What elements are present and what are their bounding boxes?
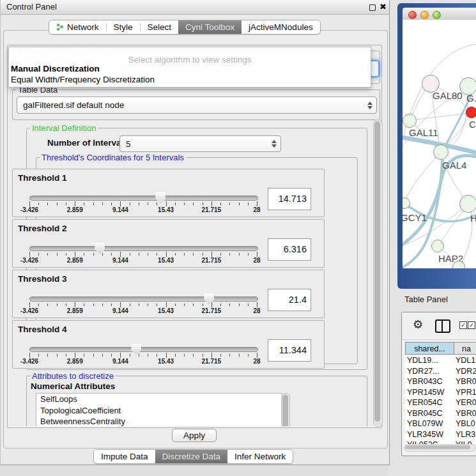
attribute-list-item[interactable]: BetweennessCentrality bbox=[36, 416, 282, 426]
slider-tick bbox=[220, 303, 221, 306]
table-cell-name[interactable]: YER0 bbox=[456, 397, 476, 408]
table-cell-shared-name[interactable]: YBR043C bbox=[407, 376, 443, 387]
slider-tick bbox=[120, 252, 121, 257]
network-node-label: G. bbox=[466, 93, 476, 104]
table-cell-shared-name[interactable]: YBL079W bbox=[407, 418, 443, 429]
threshold-4-value-field[interactable]: 11.344 bbox=[268, 339, 311, 362]
table-row[interactable]: YBL079WYBL0 bbox=[405, 418, 476, 429]
slider-tick bbox=[29, 353, 30, 358]
threshold-4-slider-thumb[interactable] bbox=[131, 344, 141, 355]
slider-tick bbox=[175, 354, 176, 357]
attributes-list-scrollbar[interactable] bbox=[281, 393, 290, 426]
dropdown-option-manual[interactable]: Manual Discretization bbox=[11, 64, 100, 73]
table-row[interactable]: YPR145WYPR1 bbox=[405, 387, 476, 398]
threshold-1-value-field[interactable]: 14.713 bbox=[268, 188, 311, 210]
mac-minimize-button[interactable] bbox=[420, 11, 429, 19]
table-cell-shared-name[interactable]: YBR045C bbox=[407, 408, 443, 419]
table-cell-name[interactable]: YLR3 bbox=[456, 429, 475, 440]
table-cell-shared-name[interactable]: YLR345W bbox=[407, 429, 443, 440]
table-row[interactable]: YLR345WYLR3 bbox=[405, 429, 476, 440]
checkbox-icon[interactable]: ✓ bbox=[459, 321, 467, 329]
threshold-3-slider-thumb[interactable] bbox=[204, 293, 214, 305]
table-cell-name[interactable]: YPR1 bbox=[456, 387, 476, 398]
table-cell-name[interactable]: YDR2 bbox=[456, 366, 476, 377]
slider-tick bbox=[257, 252, 257, 257]
column-header-name[interactable]: na bbox=[454, 342, 476, 355]
tab-impute-data[interactable]: Impute Data bbox=[94, 450, 155, 463]
network-node-gal11[interactable] bbox=[403, 114, 417, 128]
slider-tick bbox=[57, 303, 58, 306]
network-node-h[interactable] bbox=[459, 195, 476, 213]
slider-tick bbox=[166, 353, 167, 358]
network-node-hap2[interactable] bbox=[431, 240, 444, 252]
table-cell-shared-name[interactable]: YIL052C bbox=[407, 440, 438, 444]
close-icon[interactable]: ✖ bbox=[380, 2, 387, 12]
float-window-icon[interactable] bbox=[369, 4, 376, 11]
slider-tick bbox=[66, 354, 66, 357]
tab-discretize-data[interactable]: Discretize Data bbox=[155, 450, 228, 463]
table-cell-shared-name[interactable]: YDL19... bbox=[407, 355, 438, 366]
network-node-c[interactable] bbox=[466, 107, 476, 118]
gear-icon[interactable]: ⚙ bbox=[413, 318, 423, 332]
settings-scrollbar-thumb[interactable] bbox=[374, 121, 380, 422]
numerical-attributes-list[interactable]: SelfLoopsTopologicalCoefficientBetweenne… bbox=[36, 393, 282, 426]
network-canvas[interactable]: GAL80G.CGAL11GAL4GCY1HHAP2 bbox=[403, 20, 476, 268]
table-cell-name[interactable]: YBL0 bbox=[456, 418, 475, 429]
table-row[interactable]: YER054CYER0 bbox=[405, 397, 476, 408]
table-cell-shared-name[interactable]: YPR145W bbox=[407, 387, 444, 398]
apply-button[interactable]: Apply bbox=[172, 429, 217, 442]
threshold-2-slider-thumb[interactable] bbox=[95, 243, 105, 254]
mac-zoom-button[interactable] bbox=[433, 11, 441, 19]
attributes-scrollbar-thumb[interactable] bbox=[282, 395, 288, 426]
table-hscrollbar-thumb[interactable] bbox=[405, 445, 470, 449]
threshold-1-slider-track[interactable] bbox=[29, 196, 258, 201]
attribute-list-item[interactable]: SelfLoops bbox=[36, 394, 282, 405]
slider-tick bbox=[157, 203, 157, 205]
tab-infer-network[interactable]: Infer Network bbox=[227, 450, 293, 463]
network-node-gal4[interactable] bbox=[433, 144, 449, 160]
tab-style[interactable]: Style bbox=[107, 20, 140, 34]
slider-tick bbox=[157, 253, 157, 256]
tab-jactivemnodules[interactable]: jActiveMNodules bbox=[242, 20, 320, 34]
table-row[interactable]: YDR27...YDR2 bbox=[405, 366, 476, 377]
table-body[interactable]: YDL19...YDL1YDR27...YDR2YBR043CYBR0YPR14… bbox=[405, 355, 476, 444]
table-cell-shared-name[interactable]: YER054C bbox=[407, 397, 443, 408]
settings-scrollbar[interactable] bbox=[373, 119, 383, 427]
threshold-3-value-field[interactable]: 21.4 bbox=[268, 289, 311, 311]
slider-tick bbox=[211, 353, 212, 358]
threshold-3-panel: Threshold 3 21.4 -3.4262.8599.14415.4321… bbox=[12, 270, 325, 318]
dropdown-option-equal-width[interactable]: Equal Width/Frequency Discretization bbox=[11, 75, 155, 84]
attribute-list-item[interactable]: TopologicalCoefficient bbox=[36, 405, 282, 417]
slider-tick bbox=[193, 253, 194, 256]
threshold-4-slider-track[interactable] bbox=[29, 347, 258, 352]
tab-select[interactable]: Select bbox=[141, 20, 179, 34]
table-cell-name[interactable]: YBR0 bbox=[456, 408, 476, 419]
num-intervals-combobox[interactable]: 5 bbox=[119, 135, 281, 152]
network-node-label: GAL80 bbox=[433, 90, 463, 101]
table-data-combobox[interactable]: galFiltered.sif default node bbox=[17, 96, 377, 114]
table-row[interactable]: YBR045CYBR0 bbox=[405, 408, 476, 419]
threshold-2-label: Threshold 2 bbox=[18, 224, 67, 233]
mac-close-button[interactable] bbox=[408, 11, 417, 19]
table-cell-name[interactable]: YDL1 bbox=[456, 355, 475, 366]
table-horizontal-scrollbar[interactable] bbox=[404, 444, 476, 452]
slider-tick bbox=[120, 302, 121, 307]
table-row[interactable]: YDL19...YDL1 bbox=[405, 355, 476, 366]
table-cell-shared-name[interactable]: YDR27... bbox=[407, 366, 440, 377]
checkbox-icon[interactable]: ✓ bbox=[468, 321, 475, 329]
control-panel-titlebar bbox=[1, 0, 389, 15]
split-columns-icon[interactable] bbox=[435, 319, 450, 333]
slider-tick bbox=[84, 253, 84, 256]
table-row[interactable]: YBR043CYBR0 bbox=[405, 376, 476, 387]
threshold-2-value-field[interactable]: 6.316 bbox=[268, 238, 311, 261]
threshold-2-slider-track[interactable] bbox=[29, 246, 258, 251]
threshold-3-slider-track[interactable] bbox=[29, 296, 258, 302]
table-cell-name[interactable]: YIL0 bbox=[456, 440, 472, 444]
table-cell-name[interactable]: YBR0 bbox=[456, 376, 476, 387]
column-header-shared-name[interactable]: shared... bbox=[405, 342, 454, 355]
tab-network[interactable]: Network bbox=[49, 20, 106, 34]
table-row[interactable]: YIL052CYIL0 bbox=[405, 440, 476, 444]
slider-tick bbox=[84, 354, 84, 357]
slider-scale-label: 15.43 bbox=[158, 358, 174, 365]
tab-cyni-toolbox[interactable]: Cyni Toolbox bbox=[178, 20, 242, 34]
